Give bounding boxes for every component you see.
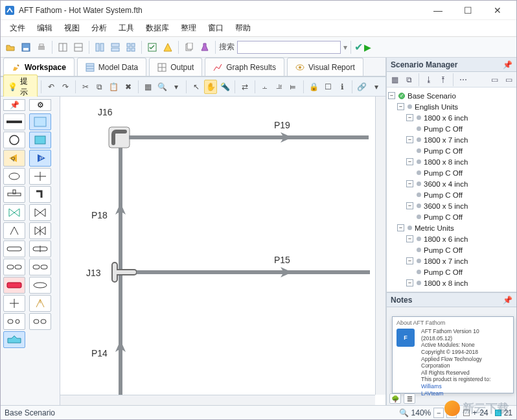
tree-node[interactable]: Pump C Off bbox=[388, 167, 515, 178]
menu-analyze[interactable]: 分析 bbox=[86, 21, 112, 35]
palette-dead-end-icon[interactable] bbox=[3, 313, 25, 330]
menu-database[interactable]: 数据库 bbox=[141, 21, 174, 35]
tree-toggle-icon[interactable]: − bbox=[406, 279, 413, 286]
palette-pipe-icon[interactable] bbox=[3, 113, 25, 130]
align-c-icon[interactable]: ⫡ bbox=[273, 80, 286, 94]
tree-node[interactable]: Pump C Off bbox=[388, 211, 515, 222]
tree-node[interactable]: −3600 x 4 inch bbox=[388, 178, 515, 189]
pipe-p15[interactable] bbox=[137, 270, 370, 274]
tree-toggle-icon[interactable]: − bbox=[397, 224, 404, 231]
tab-model-data[interactable]: Model Data bbox=[77, 58, 146, 76]
tree-node[interactable]: Pump C Off bbox=[388, 189, 515, 200]
tree-toggle-icon[interactable]: − bbox=[406, 158, 413, 165]
search-dropdown-icon[interactable]: ▾ bbox=[343, 43, 347, 52]
workspace-canvas[interactable]: J16 P19 P18 J13 bbox=[60, 97, 385, 405]
tree-toggle-icon[interactable]: − bbox=[397, 103, 404, 110]
layout1-icon[interactable] bbox=[56, 40, 70, 54]
palette-tank-icon[interactable] bbox=[3, 132, 25, 148]
zoom-out-button[interactable]: − bbox=[433, 408, 444, 418]
save-icon[interactable] bbox=[19, 40, 33, 54]
palette-assigned-flow-icon[interactable]: Q bbox=[3, 150, 25, 167]
flask-icon[interactable] bbox=[198, 40, 212, 54]
notes-pin-icon[interactable]: 📌 bbox=[503, 296, 512, 305]
flip-icon[interactable]: ⇄ bbox=[238, 80, 251, 94]
palette-volume-icon[interactable] bbox=[29, 313, 51, 330]
copy-icon[interactable] bbox=[182, 40, 196, 54]
palette-assigned-pressure-icon[interactable]: P bbox=[29, 150, 51, 167]
copy2-icon[interactable]: ⧉ bbox=[93, 80, 106, 94]
tree-toggle-icon[interactable]: − bbox=[406, 180, 413, 187]
tree-toggle-icon[interactable]: − bbox=[388, 92, 395, 99]
tips-button[interactable]: 💡提示 bbox=[3, 75, 38, 99]
maximize-button[interactable]: ☐ bbox=[453, 1, 483, 20]
palette-general-icon[interactable] bbox=[3, 295, 25, 312]
palette-screen-icon[interactable] bbox=[29, 240, 51, 257]
junction-j16[interactable] bbox=[108, 126, 130, 148]
print-icon[interactable] bbox=[34, 40, 49, 54]
checklist-icon[interactable] bbox=[145, 40, 159, 54]
menu-tools[interactable]: 工具 bbox=[113, 21, 139, 35]
notes-tree-icon[interactable]: 🌳 bbox=[389, 393, 401, 404]
scenario-tree[interactable]: −✓Base Scenario−English Units−1800 x 6 i… bbox=[387, 88, 516, 292]
link-icon[interactable]: 🔗 bbox=[356, 80, 369, 94]
tree-node[interactable]: Pump C Off bbox=[388, 145, 515, 156]
palette-reservoir-icon[interactable] bbox=[29, 132, 51, 148]
tab-output[interactable]: Output bbox=[149, 58, 202, 76]
tree-toggle-icon[interactable]: − bbox=[406, 202, 413, 209]
tree-node[interactable]: Pump C Off bbox=[388, 244, 515, 255]
tree-node[interactable]: −Metric Units bbox=[388, 222, 515, 233]
snap-icon[interactable]: ▦ bbox=[141, 80, 154, 94]
lock-icon[interactable]: 🔒 bbox=[307, 80, 320, 94]
tree-node[interactable]: −1800 x 7 inch bbox=[388, 255, 515, 266]
redo-icon[interactable]: ↷ bbox=[59, 80, 72, 94]
pipe-p19[interactable] bbox=[129, 135, 369, 139]
more-icon[interactable]: ▾ bbox=[170, 80, 183, 94]
palette-pump-icon[interactable] bbox=[3, 168, 25, 185]
tree-toggle-icon[interactable]: − bbox=[406, 114, 413, 121]
junction-j13[interactable] bbox=[109, 261, 138, 283]
tree-node[interactable]: −1800 x 8 inch bbox=[388, 156, 515, 167]
warning-icon[interactable] bbox=[161, 40, 175, 54]
palette-annotation-icon[interactable] bbox=[29, 113, 51, 130]
tree-toggle-icon[interactable]: − bbox=[406, 136, 413, 143]
minimize-button[interactable]: — bbox=[423, 1, 453, 20]
palette-three-way-icon[interactable] bbox=[29, 295, 51, 312]
align-r-icon[interactable]: ⫢ bbox=[287, 80, 300, 94]
tab-workspace[interactable]: Workspace bbox=[3, 58, 75, 76]
menu-help[interactable]: 帮助 bbox=[230, 21, 256, 35]
sm-up-icon[interactable]: ⭱ bbox=[437, 73, 450, 86]
tree-node[interactable]: −1800 x 6 inch bbox=[388, 112, 515, 123]
palette-tee-icon[interactable] bbox=[3, 186, 25, 203]
split-grid-icon[interactable] bbox=[124, 40, 138, 54]
layout2-icon[interactable] bbox=[71, 40, 86, 54]
notes-list-icon[interactable]: ☰ bbox=[404, 393, 415, 404]
tab-visual-report[interactable]: Visual Report bbox=[287, 58, 363, 76]
info-icon[interactable]: ℹ bbox=[336, 80, 349, 94]
close-button[interactable]: ✕ bbox=[483, 1, 512, 20]
menu-view[interactable]: 视图 bbox=[59, 21, 85, 35]
sm-down-icon[interactable]: ⭳ bbox=[422, 73, 435, 86]
undo-icon[interactable]: ↶ bbox=[45, 80, 58, 94]
palette-config-icon[interactable]: ⚙ bbox=[29, 99, 51, 111]
tree-node[interactable]: −3600 x 5 inch bbox=[388, 200, 515, 211]
menu-file[interactable]: 文件 bbox=[5, 21, 30, 35]
open-icon[interactable] bbox=[3, 40, 17, 54]
tree-toggle-icon[interactable]: − bbox=[406, 257, 413, 264]
tree-node[interactable]: Pump C Off bbox=[388, 266, 515, 277]
cut-icon[interactable]: ✂ bbox=[79, 80, 92, 94]
menu-edit[interactable]: 编辑 bbox=[32, 21, 58, 35]
palette-branch-icon[interactable] bbox=[29, 168, 51, 185]
search-input[interactable] bbox=[237, 41, 341, 54]
palette-bend-icon[interactable] bbox=[29, 259, 51, 275]
tree-toggle-icon[interactable]: − bbox=[406, 235, 413, 242]
zoom-in-button[interactable]: + bbox=[446, 408, 457, 418]
tree-node[interactable]: −1800 x 6 inch bbox=[388, 233, 515, 244]
palette-weir-icon[interactable] bbox=[3, 331, 25, 348]
tab-graph-results[interactable]: Graph Results bbox=[205, 58, 284, 76]
group-icon[interactable]: ☐ bbox=[321, 80, 334, 94]
pin-icon[interactable]: 📌 bbox=[503, 60, 512, 69]
horizontal-scrollbar[interactable] bbox=[60, 395, 375, 405]
pointer-icon[interactable]: ↖ bbox=[190, 80, 203, 94]
sm-opt2-icon[interactable]: ▭ bbox=[502, 73, 515, 86]
palette-control-valve-icon[interactable] bbox=[29, 204, 51, 221]
